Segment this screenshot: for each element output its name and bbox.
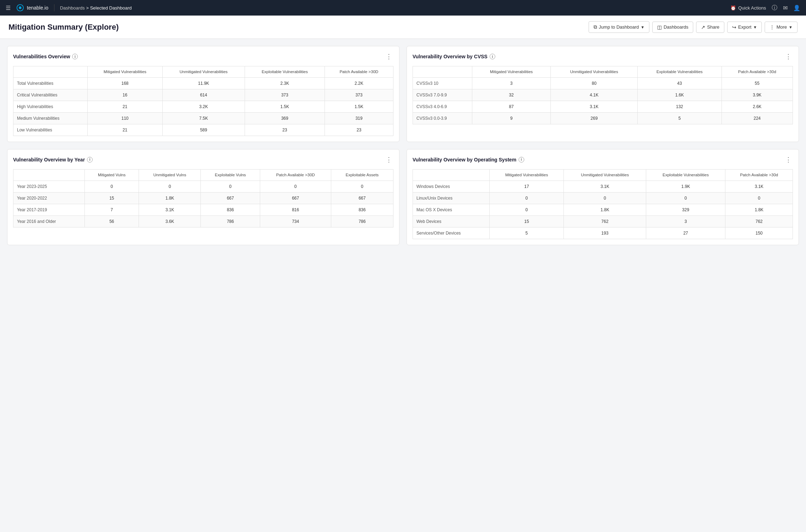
quick-actions-icon: ⏰: [730, 5, 736, 11]
vuln-year-kebab-icon[interactable]: ⋮: [384, 155, 393, 164]
table-row: CVSSv3 4.0-6.9873.1K1322.6K: [413, 101, 793, 112]
table-row: Year 2017-201973.1K836816836: [13, 204, 393, 215]
cvss-col-empty: [413, 66, 472, 78]
row-value: 369: [245, 112, 325, 124]
quick-actions-button[interactable]: ⏰ Quick Actions: [730, 5, 766, 11]
table-row: CVSSv3 0.0-3.992695224: [413, 112, 793, 124]
row-value: 27: [646, 227, 725, 239]
vuln-os-table: Mitigated Vulnerabilities Unmitigated Vu…: [413, 169, 793, 239]
vuln-year-info-icon[interactable]: i: [87, 157, 93, 162]
jump-to-dashboard-button[interactable]: ⧉ Jump to Dashboard ▼: [589, 21, 649, 33]
col-header-patch: Patch Available >30D: [325, 66, 393, 78]
vuln-cvss-kebab-icon[interactable]: ⋮: [784, 52, 793, 61]
vuln-os-title: Vulnerability Overview by Operating Syst…: [413, 157, 524, 162]
vuln-cvss-title: Vulnerability Overview by CVSS i: [413, 54, 495, 59]
year-col-empty: [13, 169, 85, 181]
vuln-os-info-icon[interactable]: i: [519, 157, 524, 162]
year-col-mitigated: Mitigated Vulns: [85, 169, 139, 181]
row-value: 11.9K: [162, 77, 245, 89]
page-header: Mitigation Summary (Explore) ⧉ Jump to D…: [0, 16, 806, 39]
vuln-overview-info-icon[interactable]: i: [72, 54, 78, 59]
topnav: ☰ tenable.io Dashboards > Selected Dashb…: [0, 0, 806, 16]
row-value: 3: [472, 77, 551, 89]
row-value: 80: [551, 77, 638, 89]
table-row: Medium Vulnerabilities1107.5K369319: [13, 112, 393, 124]
row-value: 43: [637, 77, 722, 89]
row-value: 0: [489, 192, 564, 204]
row-value: 224: [722, 112, 793, 124]
row-value: 0: [85, 181, 139, 192]
topnav-right: ⏰ Quick Actions ⓘ ✉ 👤: [730, 4, 800, 12]
row-value: 23: [245, 124, 325, 136]
export-button[interactable]: ↪ Export ▼: [727, 22, 762, 33]
logo: tenable.io: [16, 4, 48, 12]
row-label: High Vulnerabilities: [13, 101, 88, 112]
header-actions: ⧉ Jump to Dashboard ▼ ◫ Dashboards ↗ Sha…: [589, 21, 798, 33]
row-value: 21: [88, 101, 162, 112]
row-value: 667: [260, 192, 331, 204]
row-value: 55: [722, 77, 793, 89]
col-header-mitigated: Mitigated Vulnerabilities: [88, 66, 162, 78]
row-value: 17: [489, 181, 564, 192]
notifications-icon[interactable]: ✉: [783, 5, 788, 11]
table-row: CVSSv3 7.0-9.9324.1K1.6K3.9K: [413, 89, 793, 101]
row-value: 87: [472, 101, 551, 112]
row-value: 0: [331, 181, 393, 192]
row-label: Total Vulnerabilities: [13, 77, 88, 89]
svg-point-1: [19, 6, 21, 9]
vuln-cvss-card-header: Vulnerability Overview by CVSS i ⋮: [413, 52, 793, 61]
vuln-overview-card: Vulnerabilities Overview i ⋮ Mitigated V…: [7, 46, 399, 142]
col-header-exploitable: Exploitable Vulnerabilities: [245, 66, 325, 78]
dashboards-button[interactable]: ◫ Dashboards: [652, 22, 693, 33]
os-col-patch: Patch Available >30d: [725, 169, 793, 181]
row-label: CVSSv3 4.0-6.9: [413, 101, 472, 112]
jump-dashboard-caret: ▼: [641, 25, 644, 29]
year-col-patch: Patch Available >30D: [260, 169, 331, 181]
row-value: 3.9K: [722, 89, 793, 101]
row-value: 614: [162, 89, 245, 101]
row-value: 319: [325, 112, 393, 124]
table-row: Year 2016 and Older563.6K786734786: [13, 215, 393, 227]
table-row: Year 2023-202500000: [13, 181, 393, 192]
vuln-overview-kebab-icon[interactable]: ⋮: [384, 52, 393, 61]
table-row: Services/Other Devices519327150: [413, 227, 793, 239]
help-icon[interactable]: ⓘ: [772, 4, 777, 12]
row-value: 816: [260, 204, 331, 215]
table-row: Critical Vulnerabilities16614373373: [13, 89, 393, 101]
table-row: CVSSv3 103804355: [413, 77, 793, 89]
breadcrumb-parent[interactable]: Dashboards: [60, 5, 85, 11]
row-value: 4.1K: [551, 89, 638, 101]
breadcrumb-separator: >: [86, 5, 90, 11]
vuln-year-card: Vulnerability Overview by Year i ⋮ Mitig…: [7, 149, 399, 245]
row-label: CVSSv3 0.0-3.9: [413, 112, 472, 124]
row-value: 1.8K: [725, 204, 793, 215]
logo-text: tenable.io: [27, 5, 48, 11]
more-caret: ▼: [789, 25, 793, 29]
hamburger-icon[interactable]: ☰: [6, 5, 11, 11]
row-value: 373: [325, 89, 393, 101]
os-col-mitigated: Mitigated Vulnerabilities: [489, 169, 564, 181]
table-row: Year 2020-2022151.8K667667667: [13, 192, 393, 204]
row-value: 667: [201, 192, 260, 204]
row-value: 15: [85, 192, 139, 204]
vuln-year-title: Vulnerability Overview by Year i: [13, 157, 93, 162]
row-label: Low Vulnerabilities: [13, 124, 88, 136]
vuln-os-card-header: Vulnerability Overview by Operating Syst…: [413, 155, 793, 164]
breadcrumb: Dashboards > Selected Dashboard: [60, 5, 132, 11]
row-value: 0: [139, 181, 201, 192]
row-value: 193: [564, 227, 646, 239]
row-value: 3.1K: [551, 101, 638, 112]
more-icon: ⋮: [770, 24, 775, 30]
row-value: 329: [646, 204, 725, 215]
vuln-os-kebab-icon[interactable]: ⋮: [784, 155, 793, 164]
share-button[interactable]: ↗ Share: [696, 22, 724, 33]
os-col-exploitable: Exploitable Vulnerabilities: [646, 169, 725, 181]
quick-actions-label: Quick Actions: [738, 5, 766, 11]
row-value: 1.9K: [646, 181, 725, 192]
vuln-cvss-info-icon[interactable]: i: [490, 54, 495, 59]
row-value: 589: [162, 124, 245, 136]
more-label: More: [776, 24, 787, 30]
more-button[interactable]: ⋮ More ▼: [765, 22, 798, 33]
user-icon[interactable]: 👤: [793, 5, 800, 11]
dashboards-label: Dashboards: [664, 24, 688, 30]
